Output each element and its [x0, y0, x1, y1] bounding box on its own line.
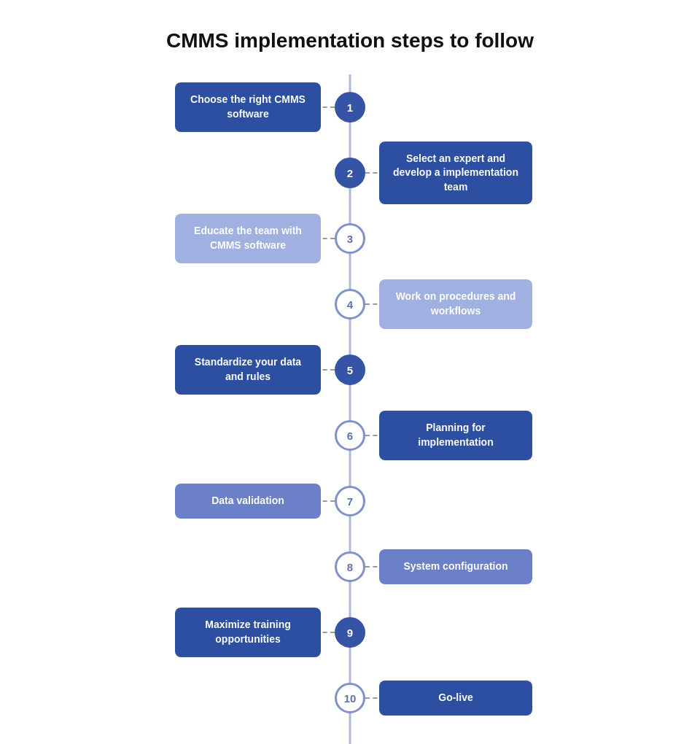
step-row-9: 9Maximize training opportunities [0, 600, 700, 665]
step-row-10: 10Go-live [0, 665, 700, 731]
step-row-7: 7Data validation [0, 468, 700, 534]
box-1: Choose the right CMMS software [175, 82, 321, 131]
node-7: 7 [335, 486, 365, 516]
box-5: Standardize your data and rules [175, 345, 321, 394]
page-title: CMMS implementation steps to follow [0, 0, 700, 74]
node-1: 1 [335, 92, 365, 123]
diagram-container: 1Choose the right CMMS software2Select a… [0, 74, 700, 744]
node-6: 6 [335, 420, 365, 451]
box-8: System configuration [379, 549, 532, 584]
box-9: Maximize training opportunities [175, 608, 321, 656]
box-2: Select an expert and develop a implement… [379, 142, 532, 205]
node-3: 3 [335, 223, 365, 254]
box-3: Educate the team with CMMS software [175, 214, 321, 263]
step-row-8: 8System configuration [0, 534, 700, 600]
step-row-1: 1Choose the right CMMS software [0, 74, 700, 140]
node-9: 9 [335, 617, 365, 648]
node-5: 5 [335, 354, 365, 385]
node-10: 10 [335, 683, 365, 713]
box-10: Go-live [379, 681, 532, 716]
node-4: 4 [335, 289, 365, 319]
box-7: Data validation [175, 484, 321, 519]
step-row-6: 6Planning for implementation [0, 403, 700, 468]
step-row-3: 3Educate the team with CMMS software [0, 206, 700, 271]
step-row-5: 5Standardize your data and rules [0, 337, 700, 403]
step-row-4: 4Work on procedures and workflows [0, 271, 700, 337]
node-2: 2 [335, 158, 365, 188]
box-6: Planning for implementation [379, 411, 532, 460]
node-8: 8 [335, 551, 365, 582]
box-4: Work on procedures and workflows [379, 279, 532, 328]
step-row-11: 11Auditing the process [0, 731, 700, 744]
step-row-2: 2Select an expert and develop a implemen… [0, 140, 700, 206]
